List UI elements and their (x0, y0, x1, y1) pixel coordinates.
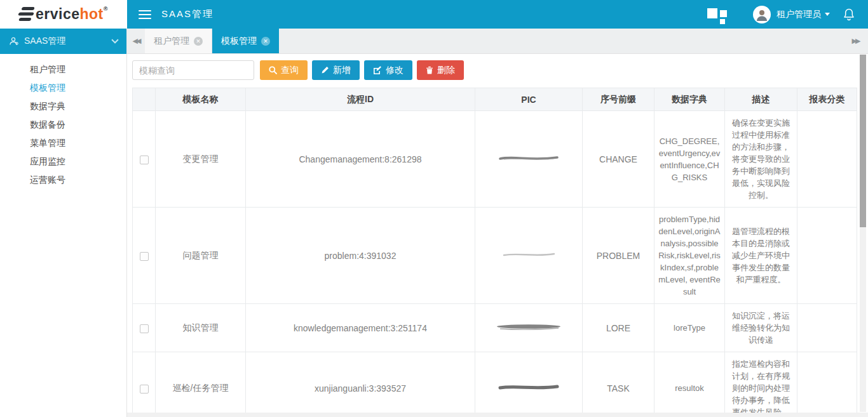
template-name-cell: 变更管理 (156, 111, 246, 208)
column-header-select (133, 88, 156, 111)
template-name-cell: 知识管理 (156, 304, 246, 352)
template-name-cell: 问题管理 (156, 208, 246, 304)
sidebar-menu: 租户管理模板管理数据字典数据备份菜单管理应用监控运营账号 (0, 54, 126, 189)
search-input[interactable] (132, 60, 254, 80)
add-button[interactable]: 新增 (312, 60, 360, 80)
toolbar: 查询 新增 修改 删除 (132, 60, 863, 80)
row-select-cell (133, 304, 156, 352)
caret-down-icon[interactable] (825, 13, 830, 16)
table-head: 模板名称流程IDPIC序号前缀数据字典描述报表分类 (133, 88, 857, 111)
prefix-cell: LORE (583, 304, 654, 352)
dict-cell: CHG_DEGREE,eventUrgency,eventInfluence,C… (654, 111, 725, 208)
row-select-cell (133, 352, 156, 417)
flow-id-cell: Changemanagement:8:261298 (246, 111, 475, 208)
trash-icon (426, 66, 433, 74)
tab-label: 模板管理 (221, 36, 257, 47)
flow-id-cell: knowledgemanagement:3:251174 (246, 304, 475, 352)
button-label: 新增 (333, 65, 351, 76)
module-user-icon (9, 36, 19, 46)
button-label: 查询 (281, 65, 299, 76)
scroll-tabs-right-button[interactable]: ▶▶ (843, 29, 868, 53)
pencil-icon (321, 66, 329, 74)
prefix-cell: CHANGE (583, 111, 654, 208)
sidebar: SAAS管理 租户管理模板管理数据字典数据备份菜单管理应用监控运营账号 (0, 29, 127, 417)
column-header-模板名称: 模板名称 (156, 88, 246, 111)
vertical-scrollbar[interactable] (860, 55, 866, 412)
tabbar: ◀◀ 租户管理 ✕ 模板管理 ✕ ▶▶ (127, 29, 868, 54)
sidebar-module-header[interactable]: SAAS管理 (0, 29, 126, 54)
table-row[interactable]: 巡检/任务管理xunjianguanli:3:393527TASKresulto… (133, 352, 857, 417)
menu-toggle-icon[interactable] (139, 8, 151, 22)
sidebar-item-运营账号[interactable]: 运营账号 (0, 171, 126, 189)
main-area: ◀◀ 租户管理 ✕ 模板管理 ✕ ▶▶ 查询 新增 修改 (127, 29, 868, 417)
table-row[interactable]: 问题管理problem:4:391032PROBLEMproblemType,h… (133, 208, 857, 304)
sidebar-item-菜单管理[interactable]: 菜单管理 (0, 134, 126, 152)
user-avatar[interactable] (753, 6, 771, 23)
dict-cell: loreType (654, 304, 725, 352)
content-panel: 查询 新增 修改 删除 模板名称流程IDPIC序号前缀数据 (127, 54, 868, 417)
desc-cell: 指定巡检内容和计划，在有序规则的时间内处理待办事务，降低事件发生风险。 (725, 352, 797, 417)
row-checkbox[interactable] (140, 324, 149, 333)
user-name[interactable]: 租户管理员 (776, 9, 821, 20)
pic-cell (475, 304, 583, 352)
signature-scribble-image (497, 382, 560, 392)
sidebar-item-数据字典[interactable]: 数据字典 (0, 97, 126, 116)
sidebar-item-模板管理[interactable]: 模板管理 (0, 79, 126, 97)
sidebar-item-租户管理[interactable]: 租户管理 (0, 60, 126, 79)
chevron-down-icon (111, 36, 118, 43)
header-row: 模板名称流程IDPIC序号前缀数据字典描述报表分类 (133, 88, 857, 111)
table-row[interactable]: 知识管理knowledgemanagement:3:251174LORElore… (133, 304, 857, 352)
sidebar-module-label: SAAS管理 (24, 36, 65, 47)
row-checkbox[interactable] (140, 252, 149, 261)
scroll-tabs-left-button[interactable]: ◀◀ (127, 29, 145, 53)
horizontal-scrollbar[interactable] (127, 413, 868, 417)
vertical-scrollbar-thumb[interactable] (860, 55, 866, 227)
report-class-cell (797, 111, 857, 208)
app-header: ervicehot® SAAS管理 租户管理员 (0, 0, 868, 29)
notification-bell-icon[interactable] (843, 8, 855, 22)
query-button[interactable]: 查询 (260, 60, 308, 80)
pic-cell (475, 352, 583, 417)
search-icon (269, 66, 277, 74)
column-header-报表分类: 报表分类 (797, 88, 857, 111)
table-row[interactable]: 变更管理Changemanagement:8:261298CHANGECHG_D… (133, 111, 857, 208)
signature-scribble-image (498, 153, 560, 163)
button-label: 修改 (386, 65, 403, 76)
button-label: 删除 (437, 65, 455, 76)
sidebar-item-应用监控[interactable]: 应用监控 (0, 152, 126, 171)
column-header-流程ID: 流程ID (246, 88, 475, 111)
template-name-cell: 巡检/任务管理 (156, 352, 246, 417)
desc-cell: 题管理流程的根本目的是消除或减少生产环境中事件发生的数量和严重程度。 (725, 208, 797, 304)
brand-logo: ervicehot® (0, 0, 127, 29)
flow-id-cell: problem:4:391032 (246, 208, 475, 304)
delete-button[interactable]: 删除 (417, 60, 464, 80)
row-select-cell (133, 208, 156, 304)
flow-id-cell: xunjianguanli:3:393527 (246, 352, 475, 417)
desc-cell: 确保在变更实施过程中使用标准的方法和步骤，将变更导致的业务中断影响降到最低，实现… (725, 111, 797, 208)
row-checkbox[interactable] (140, 156, 149, 164)
signature-scribble-image (494, 322, 564, 332)
row-checkbox[interactable] (140, 385, 149, 394)
row-select-cell (133, 111, 156, 208)
topbar: SAAS管理 租户管理员 (127, 0, 868, 29)
dict-cell: problemType,hiddenLevel,originAnalysis,p… (654, 208, 725, 304)
desc-cell: 知识沉淀，将运维经验转化为知识传递 (725, 304, 797, 352)
edit-button[interactable]: 修改 (364, 60, 412, 80)
report-class-cell (797, 208, 857, 304)
column-header-描述: 描述 (725, 88, 797, 111)
signature-scribble-image (500, 250, 557, 259)
brand-s-icon (17, 6, 34, 22)
dict-cell: resultok (654, 352, 725, 417)
tab-tenant-management[interactable]: 租户管理 ✕ (145, 29, 212, 53)
sidebar-item-数据备份[interactable]: 数据备份 (0, 116, 126, 134)
table-body: 变更管理Changemanagement:8:261298CHANGECHG_D… (133, 111, 857, 417)
tab-template-management[interactable]: 模板管理 ✕ (212, 29, 279, 53)
close-icon[interactable]: ✕ (261, 37, 270, 46)
close-icon[interactable]: ✕ (194, 37, 203, 46)
pic-cell (475, 208, 583, 304)
apps-grid-icon[interactable] (707, 6, 726, 23)
prefix-cell: PROBLEM (583, 208, 654, 304)
column-header-序号前缀: 序号前缀 (583, 88, 654, 111)
column-header-数据字典: 数据字典 (654, 88, 725, 111)
template-table: 模板名称流程IDPIC序号前缀数据字典描述报表分类 变更管理Changemana… (132, 88, 853, 417)
